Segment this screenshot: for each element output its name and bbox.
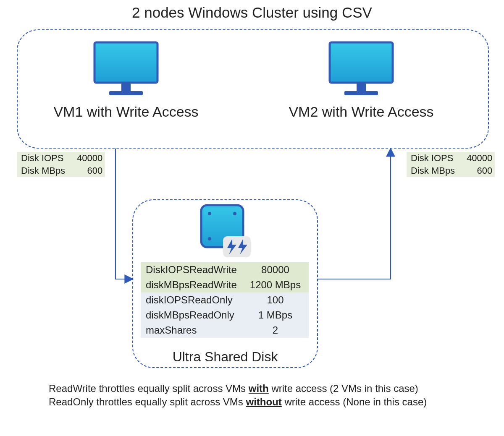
diagram-canvas: 2 nodes Windows Cluster using CSV VM1 wi… <box>0 0 504 436</box>
disk-row-4-val: 2 <box>242 323 309 338</box>
svg-point-9 <box>208 237 211 240</box>
disk-title: Ultra Shared Disk <box>133 349 317 365</box>
disk-row-0-val: 80000 <box>242 262 309 277</box>
ultra-disk-icon <box>194 204 257 264</box>
disk-row-4-key: maxShares <box>141 323 242 338</box>
footer-note-2: ReadOnly throttles equally split across … <box>49 395 427 409</box>
disk-row-2-val: 100 <box>242 292 309 308</box>
disk-row-3-key: diskMBpsReadOnly <box>141 308 242 323</box>
svg-point-8 <box>233 212 236 215</box>
disk-stats-table: DiskIOPSReadWrite 80000 diskMBpsReadWrit… <box>141 262 309 338</box>
disk-row-3-val: 1 MBps <box>242 308 309 323</box>
disk-row-2-key: diskIOPSReadOnly <box>141 292 242 308</box>
svg-point-7 <box>208 212 211 215</box>
disk-row-0-key: DiskIOPSReadWrite <box>141 262 242 277</box>
disk-row-1-val: 1200 MBps <box>242 277 309 292</box>
disk-row-1-key: diskMBpsReadWrite <box>141 277 242 292</box>
footer-note-1: ReadWrite throttles equally split across… <box>49 382 427 395</box>
footer-notes: ReadWrite throttles equally split across… <box>49 382 427 409</box>
svg-rect-11 <box>223 236 251 257</box>
disk-group-box: DiskIOPSReadWrite 80000 diskMBpsReadWrit… <box>132 199 318 368</box>
